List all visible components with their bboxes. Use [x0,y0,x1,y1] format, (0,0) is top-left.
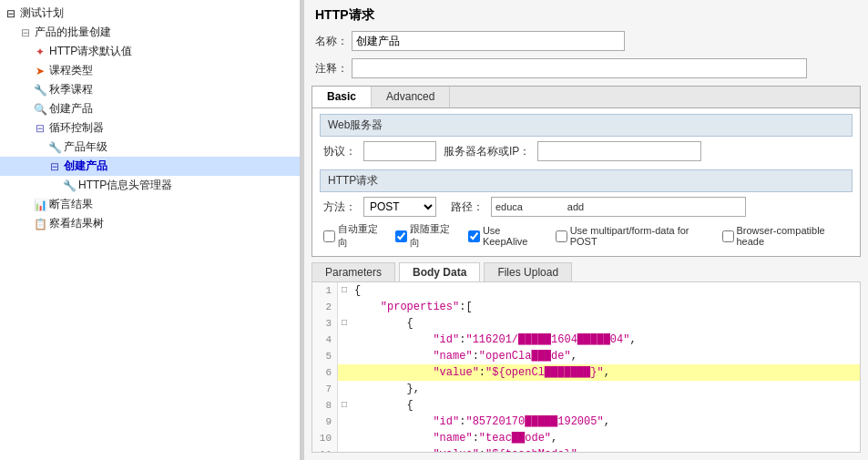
panel-title: HTTP请求 [304,0,868,27]
sub-tab-files-upload[interactable]: Files Upload [484,262,572,281]
line-number: 5 [312,348,338,364]
line-number: 7 [312,381,338,397]
sidebar-item-label: HTTP信息头管理器 [78,178,172,193]
code-line: 8□ { [312,397,860,414]
method-select[interactable]: POST GET PUT DELETE [363,197,436,217]
comment-label: 注释： [315,61,352,77]
sidebar-item-label: 测试计划 [20,5,64,21]
keepalive-checkbox[interactable] [468,230,480,242]
wrench-icon: 🔧 [33,83,47,97]
line-toggle[interactable]: □ [338,397,351,414]
line-toggle[interactable]: □ [338,282,351,299]
line-number: 9 [312,414,338,430]
http-icon: ⊟ [47,159,62,174]
chart-icon: 📊 [33,198,47,212]
line-number: 6 [312,364,338,381]
line-number: 8 [312,397,338,414]
sidebar-item-label: 创建产品 [64,158,107,174]
code-editor[interactable]: 1□{2 "properties":[3□ {4 "id":"116201/██… [311,281,861,453]
tab-advanced[interactable]: Advanced [372,87,450,107]
wrench-icon: 🔧 [62,179,77,193]
sidebar-item-http-header[interactable]: 🔧 HTTP信息头管理器 [0,176,300,195]
sidebar-item-create-product-2[interactable]: ⊟ 创建产品 [0,157,300,176]
folder-icon: ⊟ [18,26,33,40]
web-server-section: Web服务器 [320,114,853,137]
sidebar-item-view-result-tree[interactable]: 📋 察看结果树 [0,214,300,233]
wrench-icon: 🔧 [47,140,62,155]
line-toggle[interactable]: □ [338,315,351,332]
sidebar-item-test-plan[interactable]: ⊟ 测试计划 [0,4,300,23]
line-number: 11 [312,446,338,453]
line-content: "name":"teac██ode", [351,430,557,446]
line-content: "id":"85720170█████192005", [351,414,610,430]
tab-basic[interactable]: Basic [312,87,372,107]
method-row: 方法： POST GET PUT DELETE 路径： [312,194,860,220]
sidebar-item-label: 创建产品 [49,101,93,117]
sidebar-item-label: 断言结果 [49,197,93,212]
line-content: { [351,315,414,332]
code-line: 4 "id":"116201/█████1604█████04", [312,332,860,348]
sidebar-item-batch-create[interactable]: ⊟ 产品的批量创建 [0,23,300,42]
sidebar-item-course-type[interactable]: ➤ 课程类型 [0,61,300,80]
chart-icon2: 📋 [33,217,47,231]
code-line: 2 "properties":[ [312,299,860,315]
line-number: 3 [312,315,338,332]
sidebar-item-loop-ctrl[interactable]: ⊟ 循环控制器 [0,118,300,138]
code-line: 6 "value":"${openCl███████}", [312,364,860,381]
code-line: 11 "value":"${teachMode}", [312,446,860,453]
code-line: 10 "name":"teac██ode", [312,430,860,446]
code-line: 1□{ [312,282,860,299]
sidebar-item-product-grade[interactable]: 🔧 产品年级 [0,138,300,157]
line-content: }, [351,381,420,397]
sidebar: ⊟ 测试计划 ⊟ 产品的批量创建 ✦ HTTP请求默认值 ➤ 课程类型 🔧 秋季… [0,0,301,460]
code-line: 5 "name":"openCla███de", [312,348,860,364]
sub-tabs-header: Parameters Body Data Files Upload [311,262,861,281]
search-icon: 🔍 [33,102,47,117]
auto-redirect-checkbox[interactable] [323,230,335,242]
multipart-checkbox[interactable] [556,230,567,242]
line-content: { [351,282,361,299]
code-line: 3□ { [312,315,860,332]
line-number: 2 [312,299,338,315]
follow-redirect-checkbox[interactable] [395,230,407,242]
name-input[interactable] [352,31,625,51]
checkboxes-row: 自动重定向 跟随重定向 Use KeepAlive Use multipart/… [312,220,860,252]
line-content: "properties":[ [351,299,473,315]
sidebar-item-label: 课程类型 [49,63,93,78]
server-label: 服务器名称或IP： [444,144,530,159]
browser-compat-label[interactable]: Browser-compatible heade [722,225,850,247]
sub-tab-body-data[interactable]: Body Data [399,262,480,281]
sidebar-item-autumn-course[interactable]: 🔧 秋季课程 [0,80,300,99]
main-panel: HTTP请求 名称： 注释： Basic Advanced Web服务器 协议：… [304,0,868,460]
sidebar-item-label: 循环控制器 [49,120,104,136]
code-line: 9 "id":"85720170█████192005", [312,414,860,430]
line-content: "id":"116201/█████1604█████04", [351,332,637,348]
sidebar-item-assertion-result[interactable]: 📊 断言结果 [0,195,300,214]
follow-redirect-label[interactable]: 跟随重定向 [395,222,456,250]
protocol-row: 协议： 服务器名称或IP： [312,138,860,164]
line-content: "name":"openCla███de", [351,348,577,364]
server-input[interactable] [537,141,701,161]
line-number: 10 [312,430,338,446]
http-icon: ✦ [33,45,47,59]
code-line: 7 }, [312,381,860,397]
name-row: 名称： [304,27,868,55]
sidebar-item-create-product-1[interactable]: 🔍 创建产品 [0,99,300,118]
sidebar-item-label: 产品的批量创建 [35,25,111,40]
protocol-input[interactable] [363,141,436,161]
sidebar-item-label: HTTP请求默认值 [49,44,132,59]
auto-redirect-label[interactable]: 自动重定向 [323,222,384,250]
comment-input[interactable] [352,58,807,78]
multipart-label[interactable]: Use multipart/form-data for POST [556,225,711,247]
keepalive-label[interactable]: Use KeepAlive [468,225,545,247]
sidebar-item-label: 产品年级 [64,139,107,155]
sidebar-item-label: 察看结果树 [49,216,104,231]
sidebar-item-http-default[interactable]: ✦ HTTP请求默认值 [0,42,300,61]
comment-row: 注释： [304,55,868,82]
http-request-section: HTTP请求 [320,169,853,192]
sub-tab-parameters[interactable]: Parameters [311,262,395,281]
name-label: 名称： [315,34,352,49]
path-label: 路径： [451,199,484,215]
browser-compat-checkbox[interactable] [722,230,734,242]
path-input[interactable] [491,197,746,217]
